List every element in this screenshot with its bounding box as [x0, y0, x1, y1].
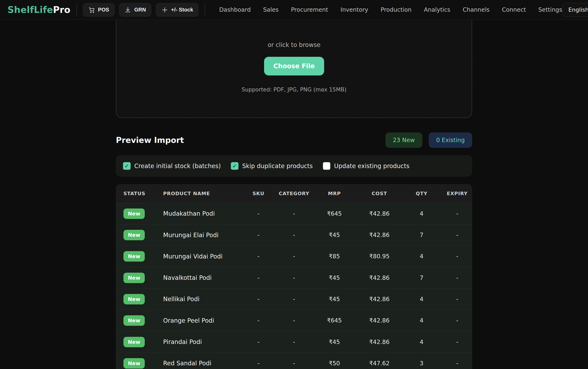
browse-hint-text: or click to browse [268, 41, 320, 48]
preview-import-header: Preview Import 23 New 0 Existing [116, 133, 472, 148]
qty-cell: 4 [401, 210, 442, 217]
product-name-cell: Navalkottai Podi [156, 274, 240, 281]
grn-button[interactable]: GRN [119, 3, 152, 17]
nav-link-production[interactable]: Production [381, 6, 412, 13]
cost-cell: ₹42.86 [358, 339, 401, 345]
table-row[interactable]: New Pirandai Podi - - ₹45 ₹42.86 4 - [116, 331, 472, 352]
expiry-cell: - [442, 210, 472, 217]
category-cell: - [277, 296, 311, 303]
import-option-label: Update existing products [334, 163, 409, 170]
grn-button-label: GRN [134, 7, 146, 13]
table-column-header: STATUS [116, 191, 156, 196]
choose-file-button[interactable]: Choose File [264, 57, 324, 75]
table-row[interactable]: New Murungai Elai Podi - - ₹45 ₹42.86 7 … [116, 224, 472, 246]
table-column-header: COST [358, 191, 401, 196]
pos-button-label: POS [98, 7, 109, 13]
category-cell: - [277, 360, 311, 367]
product-name-cell: Murungai Elai Podi [156, 232, 240, 239]
table-column-header: EXPIRY [442, 191, 472, 196]
status-cell: New [116, 230, 156, 240]
nav-link-dashboard[interactable]: Dashboard [219, 6, 251, 13]
table-row[interactable]: New Nellikai Podi - - ₹45 ₹42.86 4 - [116, 288, 472, 310]
nav-link-channels[interactable]: Channels [463, 6, 490, 13]
nav-link-sales[interactable]: Sales [263, 6, 279, 13]
nav-divider [76, 3, 77, 16]
cost-cell: ₹42.86 [358, 296, 401, 303]
adjust-stock-button-label: +/- Stock [171, 7, 193, 13]
category-cell: - [277, 232, 311, 238]
mrp-cell: ₹50 [311, 360, 358, 367]
file-dropzone[interactable]: or click to browse Choose File Supported… [116, 5, 472, 118]
sku-cell: - [240, 360, 277, 367]
qty-cell: 7 [401, 275, 442, 281]
supported-formats-note: Supported: PDF, JPG, PNG (max 15MB) [242, 86, 347, 93]
sku-cell: - [240, 296, 277, 303]
plus-icon [161, 7, 168, 13]
quick-actions-group: POS GRN +/- Stock [83, 3, 199, 17]
table-header-row: STATUSPRODUCT NAMESKUCATEGORYMRPCOSTQTYE… [116, 184, 472, 203]
expiry-cell: - [442, 296, 472, 303]
cart-icon [88, 7, 95, 13]
table-row[interactable]: New Orange Peel Podi - - ₹645 ₹42.86 4 - [116, 310, 472, 331]
pos-button[interactable]: POS [83, 3, 115, 17]
status-badge: New [124, 358, 145, 369]
cost-cell: ₹47.62 [358, 360, 401, 367]
cost-cell: ₹80.95 [358, 253, 401, 260]
status-cell: New [116, 208, 156, 219]
nav-link-settings[interactable]: Settings [538, 6, 562, 13]
category-cell: - [277, 210, 311, 217]
expiry-cell: - [442, 232, 472, 238]
nav-divider [205, 3, 205, 16]
sku-cell: - [240, 339, 277, 345]
nav-link-connect[interactable]: Connect [502, 6, 526, 13]
qty-cell: 4 [401, 253, 442, 260]
import-options-panel: ✓ Create initial stock (batches) ✓ Skip … [116, 155, 472, 176]
checkbox-icon[interactable]: ✓ [123, 162, 131, 170]
table-column-header: PRODUCT NAME [156, 191, 240, 196]
table-row[interactable]: New Navalkottai Podi - - ₹45 ₹42.86 7 - [116, 267, 472, 288]
mrp-cell: ₹45 [311, 296, 358, 303]
status-cell: New [116, 294, 156, 304]
import-option-label: Create initial stock (batches) [134, 163, 221, 170]
preview-import-title: Preview Import [116, 135, 184, 145]
table-row[interactable]: New Murungai Vidai Podi - - ₹85 ₹80.95 4… [116, 246, 472, 267]
import-option-checkbox[interactable]: ✓ Skip duplicate products [231, 162, 313, 170]
status-badge: New [124, 315, 145, 326]
cost-cell: ₹42.86 [358, 317, 401, 324]
table-row[interactable]: New Red Sandal Podi - - ₹50 ₹47.62 3 - [116, 353, 472, 369]
existing-count-badge: 0 Existing [429, 133, 472, 148]
language-select[interactable]: English [562, 3, 588, 17]
table-row[interactable]: New Mudakathan Podi - - ₹645 ₹42.86 4 - [116, 203, 472, 224]
checkbox-icon[interactable]: ✓ [231, 162, 238, 170]
status-cell: New [116, 337, 156, 347]
category-cell: - [277, 275, 311, 281]
import-option-checkbox[interactable]: ✓ Update existing products [323, 162, 409, 170]
mrp-cell: ₹45 [311, 232, 358, 238]
sku-cell: - [240, 317, 277, 324]
cost-cell: ₹42.86 [358, 275, 401, 281]
preview-import-table: STATUSPRODUCT NAMESKUCATEGORYMRPCOSTQTYE… [116, 184, 472, 369]
sku-cell: - [240, 232, 277, 238]
status-cell: New [116, 358, 156, 369]
nav-link-procurement[interactable]: Procurement [291, 6, 328, 13]
main-nav: Dashboard Sales Procurement Inventory Pr… [219, 6, 562, 13]
nav-link-analytics[interactable]: Analytics [424, 6, 450, 13]
table-column-header: QTY [401, 191, 442, 196]
sku-cell: - [240, 275, 277, 281]
adjust-stock-button[interactable]: +/- Stock [156, 3, 198, 17]
mrp-cell: ₹45 [311, 275, 358, 281]
status-cell: New [116, 315, 156, 326]
import-option-checkbox[interactable]: ✓ Create initial stock (batches) [123, 162, 221, 170]
category-cell: - [277, 339, 311, 345]
category-cell: - [277, 253, 311, 260]
qty-cell: 4 [401, 317, 442, 324]
status-badge: New [124, 337, 145, 347]
nav-link-inventory[interactable]: Inventory [340, 6, 368, 13]
download-icon [124, 7, 131, 13]
expiry-cell: - [442, 253, 472, 260]
table-column-header: SKU [240, 191, 277, 196]
status-badge: New [124, 273, 145, 283]
checkbox-icon[interactable]: ✓ [323, 162, 330, 170]
expiry-cell: - [442, 339, 472, 345]
sku-cell: - [240, 253, 277, 260]
